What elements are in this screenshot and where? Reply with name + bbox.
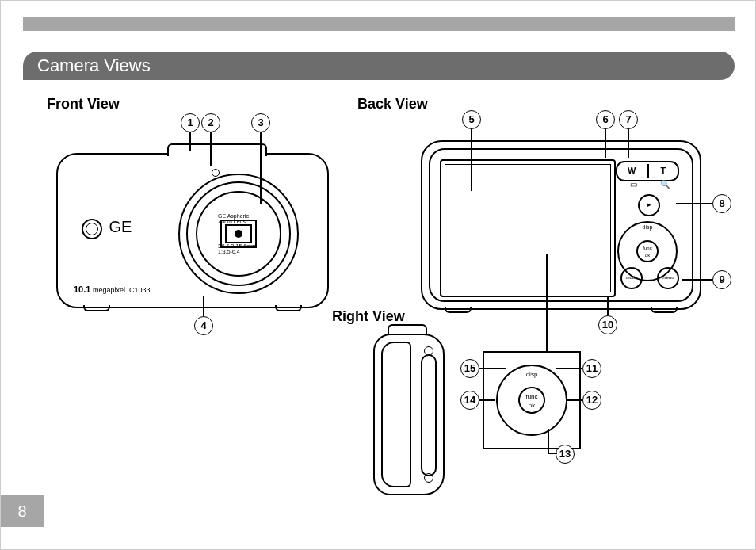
menu-label: menu [662, 275, 674, 280]
callout-15: 15 [460, 359, 479, 378]
dpad-detail-ring: disp func ok [496, 365, 567, 436]
leader-14 [479, 399, 495, 401]
playback-button: ▸ [638, 194, 660, 216]
front-camera-body: GE 10.1 megapixel C1033 GE Aspheric Zoom… [56, 153, 329, 308]
brand-text: GE [109, 218, 132, 235]
zoom-divider [647, 164, 649, 178]
af-assist-lamp [212, 169, 220, 177]
front-shutter-housing [167, 143, 267, 156]
callout-1: 1 [181, 113, 200, 132]
front-view-label: Front View [47, 96, 120, 113]
callout-13: 13 [556, 445, 575, 464]
menu-button: menu [657, 267, 679, 289]
zoom-tele-label: T [649, 162, 678, 178]
ge-monogram-icon [82, 219, 102, 239]
mode-label: mode [625, 275, 637, 280]
callout-8: 8 [712, 194, 731, 213]
leader-2 [210, 132, 212, 166]
right-view-label: Right View [332, 308, 405, 325]
front-foot-right [275, 305, 302, 311]
front-foot-left [83, 305, 110, 311]
leader-13h [548, 453, 557, 454]
callout-10: 10 [598, 315, 617, 334]
ok-label: ok [645, 253, 650, 258]
callout-2: 2 [201, 113, 220, 132]
megapixel-word: megapixel [93, 286, 125, 294]
zoom-out-icon: ▭ [619, 180, 647, 189]
leader-8 [676, 203, 712, 204]
detail-ok-label: ok [529, 402, 535, 409]
dpad-top-label: disp [643, 224, 653, 230]
callout-12: 12 [582, 391, 601, 410]
leader-10 [607, 296, 609, 315]
front-top-edge [66, 158, 319, 166]
lcd-inner [445, 164, 611, 292]
back-inner-frame: W T ▭ 🔍 ▸ disp func ok mode menu [429, 148, 693, 302]
side-screw-top [424, 346, 433, 356]
callout-14: 14 [460, 391, 479, 410]
callout-7: 7 [619, 110, 638, 129]
leader-9 [682, 279, 712, 281]
top-gray-bar [23, 17, 735, 31]
side-screw-bottom [424, 473, 433, 483]
leader-4 [203, 296, 204, 316]
leader-13v [548, 429, 549, 453]
back-camera-body: W T ▭ 🔍 ▸ disp func ok mode menu [421, 140, 701, 310]
dpad-center: func ok [636, 240, 659, 262]
mode-button: mode [620, 267, 643, 289]
leader-5 [471, 129, 472, 191]
lens-aperture [220, 220, 257, 248]
megapixel-value: 10.1 [74, 285, 90, 294]
leader-12 [567, 399, 582, 401]
func-label: func [643, 246, 651, 250]
back-view-label: Back View [357, 96, 428, 113]
leader-3 [260, 132, 262, 204]
callout-11: 11 [582, 359, 601, 378]
page-number: 8 [17, 502, 26, 520]
callout-5: 5 [462, 110, 481, 129]
play-icon: ▸ [647, 201, 651, 208]
callout-9: 9 [712, 270, 731, 289]
back-foot-right [651, 307, 678, 313]
leader-15 [479, 368, 506, 369]
section-title-bar: Camera Views [23, 52, 735, 80]
callout-3: 3 [251, 113, 270, 132]
leader-detail [546, 254, 548, 353]
detail-top-label: disp [526, 371, 538, 378]
section-title: Camera Views [37, 55, 151, 75]
zoom-rocker: W T [616, 161, 679, 181]
zoom-in-icon: 🔍 [650, 180, 678, 189]
callout-6: 6 [596, 110, 615, 129]
leader-7 [628, 129, 629, 158]
detail-func-label: func [525, 393, 537, 400]
leader-11 [556, 368, 582, 369]
leader-6 [605, 129, 606, 158]
zoom-symbols: ▭ 🔍 [619, 180, 679, 189]
model-number: C1033 [129, 286, 151, 294]
callout-4: 4 [194, 316, 213, 335]
lens-barrel: GE Aspheric Zoom Lens 3X 5.2-15.6mm 1:3.… [178, 174, 299, 294]
zoom-wide-label: W [617, 162, 646, 178]
side-camera-body [373, 334, 445, 495]
leader-1 [189, 132, 191, 151]
lcd-screen [440, 159, 616, 297]
side-grip [421, 354, 437, 476]
page-number-tab: 8 [1, 495, 44, 527]
back-foot-left [445, 307, 472, 313]
brand-area: GE [82, 218, 132, 239]
side-front-ridge [381, 342, 411, 487]
dpad-detail-center: func ok [518, 387, 545, 414]
megapixel-label: 10.1 megapixel C1033 [74, 285, 151, 294]
